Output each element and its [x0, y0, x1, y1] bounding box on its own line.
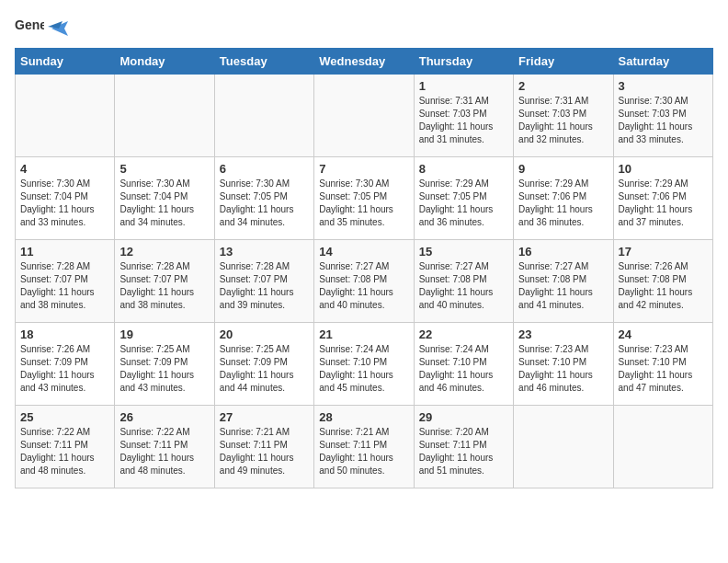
cell-info: Sunrise: 7:21 AMSunset: 7:11 PMDaylight:… [220, 426, 309, 477]
calendar-cell: 4Sunrise: 7:30 AMSunset: 7:04 PMDaylight… [16, 157, 115, 240]
cell-info: Sunrise: 7:29 AMSunset: 7:05 PMDaylight:… [419, 178, 508, 229]
calendar-cell: 8Sunrise: 7:29 AMSunset: 7:05 PMDaylight… [414, 157, 513, 240]
cell-info: Sunrise: 7:26 AMSunset: 7:09 PMDaylight:… [20, 343, 109, 395]
calendar-cell: 21Sunrise: 7:24 AMSunset: 7:10 PMDayligh… [314, 323, 414, 406]
day-number: 27 [220, 410, 309, 424]
day-number: 26 [119, 410, 209, 424]
calendar-cell: 9Sunrise: 7:29 AMSunset: 7:06 PMDaylight… [514, 157, 613, 240]
calendar-cell: 15Sunrise: 7:27 AMSunset: 7:08 PMDayligh… [414, 240, 513, 323]
header: General [15, 15, 713, 39]
day-number: 1 [419, 79, 508, 93]
calendar-cell [314, 75, 414, 157]
cell-info: Sunrise: 7:25 AMSunset: 7:09 PMDaylight:… [119, 343, 209, 395]
cell-info: Sunrise: 7:24 AMSunset: 7:10 PMDaylight:… [419, 343, 508, 395]
calendar-cell: 7Sunrise: 7:30 AMSunset: 7:05 PMDaylight… [314, 157, 414, 240]
day-number: 14 [319, 245, 408, 259]
cell-info: Sunrise: 7:23 AMSunset: 7:10 PMDaylight:… [619, 343, 708, 395]
day-header-wednesday: Wednesday [314, 49, 414, 75]
day-number: 21 [319, 327, 408, 341]
day-number: 12 [119, 245, 209, 259]
cell-info: Sunrise: 7:30 AMSunset: 7:05 PMDaylight:… [220, 178, 309, 229]
day-number: 4 [20, 162, 109, 176]
day-number: 3 [619, 79, 708, 93]
day-number: 24 [619, 327, 708, 341]
header-row: SundayMondayTuesdayWednesdayThursdayFrid… [16, 49, 713, 75]
calendar-cell: 23Sunrise: 7:23 AMSunset: 7:10 PMDayligh… [514, 323, 613, 406]
calendar-cell: 5Sunrise: 7:30 AMSunset: 7:04 PMDaylight… [115, 157, 214, 240]
day-number: 20 [220, 327, 309, 341]
cell-info: Sunrise: 7:27 AMSunset: 7:08 PMDaylight:… [518, 260, 608, 312]
day-header-sunday: Sunday [16, 49, 115, 75]
day-number: 15 [419, 245, 508, 259]
calendar-cell: 19Sunrise: 7:25 AMSunset: 7:09 PMDayligh… [115, 323, 214, 406]
calendar-cell: 24Sunrise: 7:23 AMSunset: 7:10 PMDayligh… [613, 323, 712, 406]
calendar-cell: 28Sunrise: 7:21 AMSunset: 7:11 PMDayligh… [314, 406, 414, 488]
cell-info: Sunrise: 7:27 AMSunset: 7:08 PMDaylight:… [419, 260, 508, 312]
day-number: 17 [619, 245, 708, 259]
calendar-cell: 1Sunrise: 7:31 AMSunset: 7:03 PMDaylight… [414, 75, 513, 157]
day-number: 7 [319, 162, 408, 176]
day-number: 19 [119, 327, 209, 341]
cell-info: Sunrise: 7:31 AMSunset: 7:03 PMDaylight:… [419, 95, 508, 146]
day-number: 22 [419, 327, 508, 341]
day-number: 18 [20, 327, 109, 341]
calendar-cell: 11Sunrise: 7:28 AMSunset: 7:07 PMDayligh… [16, 240, 115, 323]
cell-info: Sunrise: 7:31 AMSunset: 7:03 PMDaylight:… [518, 95, 608, 146]
day-number: 28 [319, 410, 408, 424]
calendar-cell [115, 75, 214, 157]
calendar-cell: 20Sunrise: 7:25 AMSunset: 7:09 PMDayligh… [214, 323, 313, 406]
calendar-cell: 22Sunrise: 7:24 AMSunset: 7:10 PMDayligh… [414, 323, 513, 406]
calendar-cell: 12Sunrise: 7:28 AMSunset: 7:07 PMDayligh… [115, 240, 214, 323]
cell-info: Sunrise: 7:30 AMSunset: 7:03 PMDaylight:… [619, 95, 708, 146]
week-row-4: 18Sunrise: 7:26 AMSunset: 7:09 PMDayligh… [16, 323, 713, 406]
calendar-cell [514, 406, 613, 488]
cell-info: Sunrise: 7:28 AMSunset: 7:07 PMDaylight:… [20, 260, 109, 312]
cell-info: Sunrise: 7:28 AMSunset: 7:07 PMDaylight:… [119, 260, 209, 312]
day-header-thursday: Thursday [414, 49, 513, 75]
cell-info: Sunrise: 7:22 AMSunset: 7:11 PMDaylight:… [119, 426, 209, 477]
day-header-monday: Monday [115, 49, 214, 75]
calendar-cell: 27Sunrise: 7:21 AMSunset: 7:11 PMDayligh… [214, 406, 313, 488]
logo-icon: General [15, 15, 44, 39]
day-number: 5 [119, 162, 209, 176]
calendar-cell [16, 75, 115, 157]
cell-info: Sunrise: 7:30 AMSunset: 7:04 PMDaylight:… [20, 178, 109, 229]
day-number: 16 [518, 245, 608, 259]
cell-info: Sunrise: 7:22 AMSunset: 7:11 PMDaylight:… [20, 426, 109, 477]
week-row-5: 25Sunrise: 7:22 AMSunset: 7:11 PMDayligh… [16, 406, 713, 488]
cell-info: Sunrise: 7:27 AMSunset: 7:08 PMDaylight:… [319, 260, 408, 312]
cell-info: Sunrise: 7:21 AMSunset: 7:11 PMDaylight:… [319, 426, 408, 477]
calendar-cell: 16Sunrise: 7:27 AMSunset: 7:08 PMDayligh… [514, 240, 613, 323]
logo-bird-icon [48, 21, 68, 36]
calendar-cell: 10Sunrise: 7:29 AMSunset: 7:06 PMDayligh… [613, 157, 712, 240]
calendar-cell: 18Sunrise: 7:26 AMSunset: 7:09 PMDayligh… [16, 323, 115, 406]
day-number: 25 [20, 410, 109, 424]
calendar-cell: 2Sunrise: 7:31 AMSunset: 7:03 PMDaylight… [514, 75, 613, 157]
calendar-table: SundayMondayTuesdayWednesdayThursdayFrid… [15, 48, 713, 488]
cell-info: Sunrise: 7:26 AMSunset: 7:08 PMDaylight:… [619, 260, 708, 312]
day-number: 9 [518, 162, 608, 176]
day-header-saturday: Saturday [613, 49, 712, 75]
week-row-2: 4Sunrise: 7:30 AMSunset: 7:04 PMDaylight… [16, 157, 713, 240]
day-number: 8 [419, 162, 508, 176]
svg-text:General: General [15, 17, 44, 32]
logo: General [15, 15, 68, 39]
cell-info: Sunrise: 7:20 AMSunset: 7:11 PMDaylight:… [419, 426, 508, 477]
calendar-cell: 3Sunrise: 7:30 AMSunset: 7:03 PMDaylight… [613, 75, 712, 157]
day-number: 10 [619, 162, 708, 176]
day-number: 2 [518, 79, 608, 93]
cell-info: Sunrise: 7:29 AMSunset: 7:06 PMDaylight:… [619, 178, 708, 229]
calendar-cell: 14Sunrise: 7:27 AMSunset: 7:08 PMDayligh… [314, 240, 414, 323]
calendar-cell: 17Sunrise: 7:26 AMSunset: 7:08 PMDayligh… [613, 240, 712, 323]
day-header-tuesday: Tuesday [214, 49, 313, 75]
cell-info: Sunrise: 7:24 AMSunset: 7:10 PMDaylight:… [319, 343, 408, 395]
day-number: 13 [220, 245, 309, 259]
week-row-1: 1Sunrise: 7:31 AMSunset: 7:03 PMDaylight… [16, 75, 713, 157]
day-number: 23 [518, 327, 608, 341]
day-number: 6 [220, 162, 309, 176]
cell-info: Sunrise: 7:28 AMSunset: 7:07 PMDaylight:… [220, 260, 309, 312]
calendar-cell [613, 406, 712, 488]
day-number: 11 [20, 245, 109, 259]
cell-info: Sunrise: 7:23 AMSunset: 7:10 PMDaylight:… [518, 343, 608, 395]
cell-info: Sunrise: 7:29 AMSunset: 7:06 PMDaylight:… [518, 178, 608, 229]
